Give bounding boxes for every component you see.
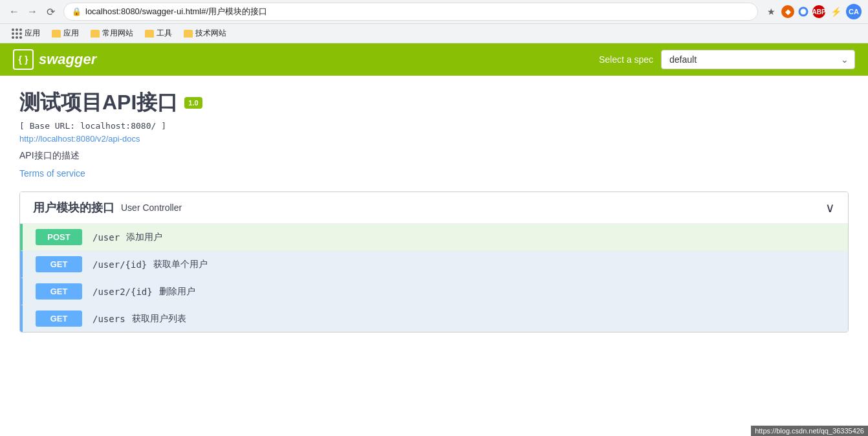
controller-name: 用户模块的接口 — [33, 200, 114, 215]
main-content: 测试项目API接口 1.0 [ Base URL: localhost:8080… — [0, 76, 868, 345]
browser-top-bar: ← → ⟳ 🔒 localhost:8080/swagger-ui.html#/… — [0, 0, 868, 23]
swagger-title: swagger — [39, 51, 96, 68]
endpoint-summary-3: 获取用户列表 — [132, 313, 186, 325]
folder-icon-3 — [145, 30, 154, 38]
api-title: 测试项目API接口 — [19, 89, 178, 117]
post-method-badge: POST — [36, 229, 82, 245]
swagger-icon: { } — [13, 49, 34, 70]
address-bar[interactable]: 🔒 localhost:8080/swagger-ui.html#/用户模块的接… — [63, 3, 758, 21]
bookmarks-bar: 应用 应用 常用网站 工具 技术网站 — [0, 23, 868, 43]
mozilla-extension-icon[interactable]: ◆ — [781, 5, 794, 18]
endpoint-summary-0: 添加用户 — [126, 232, 162, 243]
folder-icon — [52, 30, 61, 38]
endpoint-row-get-user-id[interactable]: GET /user/{id} 获取单个用户 — [20, 251, 848, 278]
bookmark-apps-label: 应用 — [63, 28, 79, 39]
api-title-section: 测试项目API接口 1.0 [ Base URL: localhost:8080… — [19, 89, 849, 179]
endpoint-path-1: /user/{id} — [92, 259, 147, 270]
endpoint-row-post-user[interactable]: POST /user 添加用户 — [20, 224, 848, 251]
get-method-badge-3: GET — [36, 311, 82, 327]
browser-actions: ★ ◆ ABP ⚡ CA — [763, 4, 862, 19]
chrome-icon[interactable] — [797, 5, 810, 18]
select-spec-label: Select a spec — [599, 54, 653, 65]
api-version-badge: 1.0 — [184, 97, 202, 109]
back-button[interactable]: ← — [6, 4, 22, 19]
endpoint-path-0: /user — [92, 232, 120, 243]
bookmark-tech-sites[interactable]: 技术网站 — [179, 26, 232, 41]
browser-nav-buttons: ← → ⟳ — [6, 4, 58, 19]
bookmark-tech-label: 技术网站 — [195, 28, 226, 39]
collapse-icon: ∨ — [825, 200, 835, 215]
api-title-row: 测试项目API接口 1.0 — [19, 89, 849, 117]
get-method-badge-2: GET — [36, 283, 82, 300]
endpoint-row-get-user2-id[interactable]: GET /user2/{id} 删除用户 — [20, 278, 848, 305]
controller-header[interactable]: 用户模块的接口 User Controller ∨ — [20, 192, 848, 224]
endpoint-summary-2: 删除用户 — [159, 286, 195, 298]
apps-label: 应用 — [25, 28, 40, 39]
endpoint-path-2: /user2/{id} — [92, 287, 153, 297]
user-avatar[interactable]: CA — [846, 4, 862, 19]
svg-point-1 — [801, 10, 805, 14]
endpoint-summary-1: 获取单个用户 — [153, 259, 208, 270]
get-method-badge-1: GET — [36, 256, 82, 272]
api-description: API接口的描述 — [19, 150, 849, 162]
controller-section: 用户模块的接口 User Controller ∨ POST /user 添加用… — [19, 191, 849, 332]
bookmark-apps-folder[interactable]: 应用 — [47, 26, 84, 41]
browser-chrome: ← → ⟳ 🔒 localhost:8080/swagger-ui.html#/… — [0, 0, 868, 43]
controller-title: 用户模块的接口 User Controller — [33, 200, 182, 215]
extensions-button[interactable]: ⚡ — [828, 4, 843, 19]
lock-icon: 🔒 — [72, 7, 81, 16]
folder-icon-4 — [184, 30, 193, 38]
bookmark-common-label: 常用网站 — [102, 28, 133, 39]
adblock-extension-icon[interactable]: ABP — [812, 5, 825, 18]
endpoint-path-3: /users — [92, 314, 125, 324]
url-text: localhost:8080/swagger-ui.html#/用户模块的接口 — [85, 6, 750, 17]
bookmark-common-sites[interactable]: 常用网站 — [85, 26, 138, 41]
folder-icon-2 — [91, 30, 100, 38]
api-base-url: [ Base URL: localhost:8080/ ] — [19, 121, 849, 131]
endpoint-row-get-users[interactable]: GET /users 获取用户列表 — [20, 305, 848, 332]
apps-bookmark[interactable]: 应用 — [6, 26, 45, 41]
spec-dropdown-wrapper: default ⌄ — [661, 50, 855, 69]
spec-dropdown[interactable]: default — [661, 50, 855, 69]
apps-grid-icon — [12, 28, 22, 39]
forward-button[interactable]: → — [25, 4, 40, 19]
swagger-spec-selector: Select a spec default ⌄ — [599, 50, 855, 69]
bookmark-tools[interactable]: 工具 — [140, 26, 177, 41]
bookmark-star-button[interactable]: ★ — [763, 4, 779, 19]
swagger-logo: { } swagger — [13, 49, 96, 70]
api-docs-link[interactable]: http://localhost:8080/v2/api-docs — [19, 134, 140, 144]
swagger-header: { } swagger Select a spec default ⌄ — [0, 43, 868, 76]
refresh-button[interactable]: ⟳ — [43, 4, 58, 19]
terms-of-service-link[interactable]: Terms of service — [19, 168, 85, 179]
controller-description: User Controller — [121, 202, 182, 213]
bookmark-tools-label: 工具 — [157, 28, 172, 39]
